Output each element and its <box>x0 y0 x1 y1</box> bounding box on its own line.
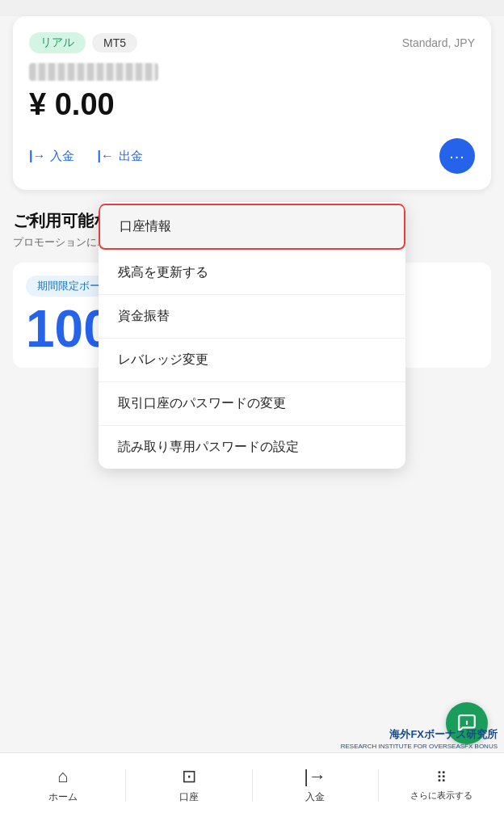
dropdown-item-refresh-balance[interactable]: 残高を更新する <box>99 251 405 295</box>
dropdown-item-label: レバレッジ変更 <box>118 352 208 366</box>
nav-home-label: ホーム <box>48 790 78 804</box>
deposit-button[interactable]: |→ 入金 <box>29 145 74 167</box>
withdraw-label: 出金 <box>119 149 143 164</box>
account-number <box>29 63 158 81</box>
more-options-button[interactable]: ··· <box>439 138 475 174</box>
dropdown-item-leverage[interactable]: レバレッジ変更 <box>99 339 405 382</box>
more-dots-icon: ··· <box>449 147 465 166</box>
card-top-row: リアル MT5 Standard, JPY <box>29 32 475 53</box>
nav-account-label: 口座 <box>179 790 199 804</box>
withdraw-button[interactable]: |← 出金 <box>97 145 142 167</box>
nav-more-label: さらに表示する <box>410 790 472 802</box>
home-icon: ⌂ <box>57 766 68 787</box>
dropdown-item-label: 取引口座のパスワードの変更 <box>118 396 286 410</box>
nav-more[interactable]: ⠿ さらに表示する <box>379 762 504 808</box>
dropdown-item-label: 口座情報 <box>120 219 171 233</box>
dropdown-item-change-password[interactable]: 取引口座のパスワードの変更 <box>99 382 405 426</box>
balance-amount: ¥ 0.00 <box>29 87 475 122</box>
deposit-label: 入金 <box>50 149 74 164</box>
dropdown-item-label: 読み取り専用パスワードの設定 <box>118 440 299 453</box>
dropdown-item-label: 残高を更新する <box>118 265 208 279</box>
dropdown-item-transfer[interactable]: 資金振替 <box>99 295 405 339</box>
watermark-main: 海外FXボーナス研究所 <box>341 727 498 742</box>
account-icon: ⊡ <box>182 766 196 787</box>
more-grid-icon: ⠿ <box>436 769 447 786</box>
card-badges: リアル MT5 <box>29 32 137 53</box>
nav-deposit-label: 入金 <box>305 790 325 804</box>
bottom-nav: ⌂ ホーム ⊡ 口座 |→ 入金 ⠿ さらに表示する <box>0 752 504 817</box>
deposit-icon: |→ <box>29 149 45 163</box>
watermark-sub: RESEARCH INSTITUTE FOR OVERSEASFX BONUS <box>341 742 498 751</box>
card-standard: Standard, JPY <box>402 36 475 49</box>
badge-real[interactable]: リアル <box>29 32 86 53</box>
withdraw-icon: |← <box>97 149 113 163</box>
dropdown-menu: 口座情報 残高を更新する 資金振替 レバレッジ変更 取引口座のパスワードの変更 … <box>99 202 405 469</box>
dropdown-item-label: 資金振替 <box>118 309 170 322</box>
dropdown-item-readonly-password[interactable]: 読み取り専用パスワードの設定 <box>99 426 405 469</box>
account-card: リアル MT5 Standard, JPY ¥ 0.00 |→ 入金 |← 出金… <box>13 16 491 190</box>
dropdown-item-account-info[interactable]: 口座情報 <box>99 204 405 250</box>
deposit-nav-icon: |→ <box>304 766 326 787</box>
card-actions: |→ 入金 |← 出金 ··· <box>29 138 475 174</box>
nav-account[interactable]: ⊡ 口座 <box>126 760 251 811</box>
main-content: リアル MT5 Standard, JPY ¥ 0.00 |→ 入金 |← 出金… <box>0 16 504 817</box>
nav-deposit[interactable]: |→ 入金 <box>253 760 378 811</box>
nav-home[interactable]: ⌂ ホーム <box>0 760 125 811</box>
watermark: 海外FXボーナス研究所 RESEARCH INSTITUTE FOR OVERS… <box>341 727 498 751</box>
badge-mt5[interactable]: MT5 <box>92 33 137 53</box>
